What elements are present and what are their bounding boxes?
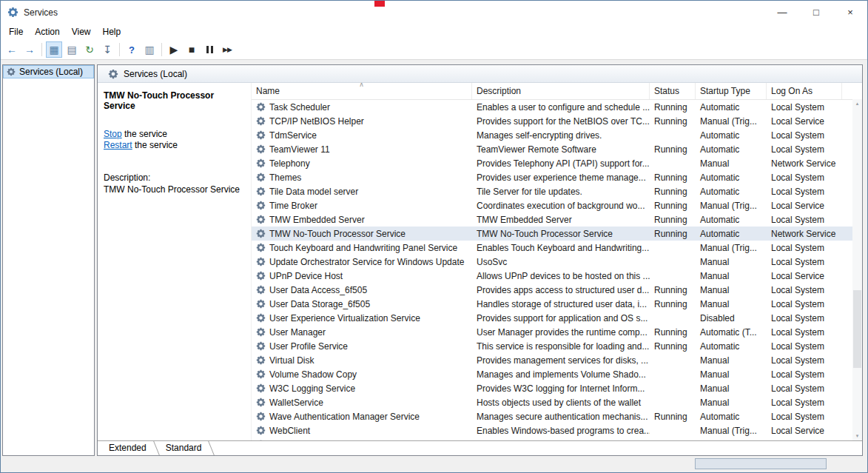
tab-extended[interactable]: Extended [100, 441, 157, 455]
scroll-up-icon[interactable]: ▴ [852, 99, 862, 108]
cell-status: Running [650, 114, 696, 128]
menu-view[interactable]: View [66, 24, 97, 39]
cell-log-on-as: Local System [767, 353, 842, 367]
table-row[interactable]: TdmServiceManages self-encrypting drives… [252, 128, 862, 142]
service-gear-icon [256, 215, 266, 224]
action-pane-button[interactable]: ▥ [141, 41, 158, 58]
tree-item-services-local[interactable]: Services (Local) [3, 65, 94, 78]
cell-name: Wave Authentication Manager Service [252, 409, 472, 423]
export-list-button[interactable]: ↧ [99, 41, 115, 58]
table-row[interactable]: User Profile ServiceThis service is resp… [252, 339, 862, 353]
table-row[interactable]: Volume Shadow CopyManages and implements… [252, 367, 862, 381]
table-row[interactable]: Task SchedulerEnables a user to configur… [252, 100, 862, 114]
table-row[interactable]: Time BrokerCoordinates execution of back… [252, 198, 862, 212]
cell-startup-type: Automatic [696, 100, 767, 114]
pause-service-button[interactable] [201, 41, 218, 58]
cell-description: TMW No-Touch Processor Service [472, 227, 650, 241]
cell-status [650, 241, 696, 255]
cell-description: UsoSvc [472, 255, 650, 269]
column-header-startup-type[interactable]: Startup Type [696, 83, 767, 99]
back-button[interactable]: ← [4, 41, 20, 58]
vertical-scrollbar[interactable]: ▴ ▾ [852, 99, 862, 440]
table-row[interactable]: TMW Embedded ServerTMW Embedded ServerRu… [252, 212, 862, 227]
table-row[interactable]: TCP/IP NetBIOS HelperProvides support fo… [252, 114, 862, 128]
table-row[interactable]: User Experience Virtualization ServicePr… [252, 311, 862, 325]
recording-indicator [374, 1, 385, 7]
table-row[interactable]: Virtual DiskProvides management services… [252, 353, 862, 367]
panel-gear-icon [108, 69, 118, 79]
properties-button[interactable]: ▤ [64, 41, 80, 58]
cell-log-on-as: Local System [767, 212, 842, 227]
table-row[interactable]: User ManagerUser Manager provides the ru… [252, 325, 862, 339]
service-actions: Stop the service Restart the service [104, 129, 243, 151]
maximize-button[interactable]: □ [799, 1, 833, 24]
cell-name: WebClient [252, 423, 472, 437]
column-header-name[interactable]: Name∧ [252, 83, 472, 99]
cell-status [650, 255, 696, 269]
table-row[interactable]: TMW No-Touch Processor ServiceTMW No-Tou… [252, 227, 862, 241]
column-header-log-on-as[interactable]: Log On As [767, 83, 842, 99]
horizontal-scrollbar-thumb[interactable] [695, 458, 827, 469]
cell-log-on-as: Local System [767, 297, 842, 311]
tab-standard[interactable]: Standard [157, 441, 212, 455]
service-gear-icon [256, 271, 266, 281]
stop-service-button[interactable]: ■ [184, 41, 200, 58]
help-button[interactable]: ? [124, 41, 140, 58]
cell-startup-type: Manual (Trig... [696, 423, 767, 437]
service-gear-icon [256, 285, 266, 295]
panel-header-label: Services (Local) [124, 69, 187, 79]
table-row[interactable]: ThemesProvides user experience theme man… [252, 170, 862, 184]
table-row[interactable]: TeamViewer 11TeamViewer Remote SoftwareR… [252, 142, 862, 156]
service-name: User Manager [269, 327, 326, 338]
refresh-button[interactable]: ↻ [81, 41, 98, 58]
service-name: UPnP Device Host [269, 271, 343, 281]
service-name: Touch Keyboard and Handwriting Panel Ser… [269, 243, 457, 253]
cell-startup-type: Manual (Trig... [696, 114, 767, 128]
forward-button[interactable]: → [21, 41, 38, 58]
table-row[interactable]: User Data Access_6f505Provides apps acce… [252, 283, 862, 297]
toolbar-separator [161, 43, 162, 56]
restart-service-link[interactable]: Restart [104, 140, 132, 150]
table-row[interactable]: UPnP Device HostAllows UPnP devices to b… [252, 269, 862, 283]
table-row[interactable]: User Data Storage_6f505Handles storage o… [252, 297, 862, 311]
cell-name: TMW No-Touch Processor Service [252, 227, 472, 241]
cell-description: Hosts objects used by clients of the wal… [472, 395, 650, 409]
table-row[interactable]: WalletServiceHosts objects used by clien… [252, 395, 862, 409]
menu-help[interactable]: Help [97, 24, 127, 39]
table-row[interactable] [252, 437, 862, 440]
service-gear-icon [256, 383, 266, 393]
restart-service-button[interactable]: ▶▶ [219, 41, 235, 58]
cell-log-on-as: Local Service [767, 198, 842, 212]
scroll-down-icon[interactable]: ▾ [852, 432, 862, 440]
title-bar: Services —□× [1, 1, 867, 24]
cell-description: User Manager provides the runtime comp..… [472, 325, 650, 339]
stop-service-link[interactable]: Stop [104, 129, 122, 139]
cell-name: Touch Keyboard and Handwriting Panel Ser… [252, 241, 472, 255]
column-header-description[interactable]: Description [472, 83, 650, 99]
show-console-tree-button[interactable]: ▦ [46, 41, 62, 58]
minimize-button[interactable]: — [765, 1, 799, 24]
column-header-label: Log On As [771, 86, 813, 96]
cell-log-on-as: Local Service [767, 423, 842, 437]
cell-log-on-as [767, 437, 842, 440]
table-row[interactable]: Update Orchestrator Service for Windows … [252, 255, 862, 269]
cell-name: User Profile Service [252, 339, 472, 353]
table-row[interactable]: W3C Logging ServiceProvides W3C logging … [252, 381, 862, 395]
vertical-scrollbar-thumb[interactable] [853, 290, 861, 368]
table-row[interactable]: Wave Authentication Manager ServiceManag… [252, 409, 862, 423]
table-row[interactable]: TelephonyProvides Telephony API (TAPI) s… [252, 156, 862, 170]
panel-body: TMW No-Touch Processor Service Stop the … [98, 83, 862, 440]
close-button[interactable]: × [833, 1, 867, 24]
table-row[interactable]: Touch Keyboard and Handwriting Panel Ser… [252, 241, 862, 255]
menu-action[interactable]: Action [29, 24, 65, 39]
bottom-strip [1, 456, 867, 472]
table-row[interactable]: Tile Data model serverTile Server for ti… [252, 184, 862, 198]
cell-name: Virtual Disk [252, 353, 472, 367]
column-header-status[interactable]: Status [650, 83, 696, 99]
table-row[interactable]: WebClientEnables Windows-based programs … [252, 423, 862, 437]
cell-description [472, 437, 650, 440]
menu-file[interactable]: File [3, 24, 29, 39]
start-service-button[interactable]: ▶ [166, 41, 182, 58]
restart-service-line: Restart the service [104, 140, 243, 151]
cell-startup-type: Automatic [696, 142, 767, 156]
